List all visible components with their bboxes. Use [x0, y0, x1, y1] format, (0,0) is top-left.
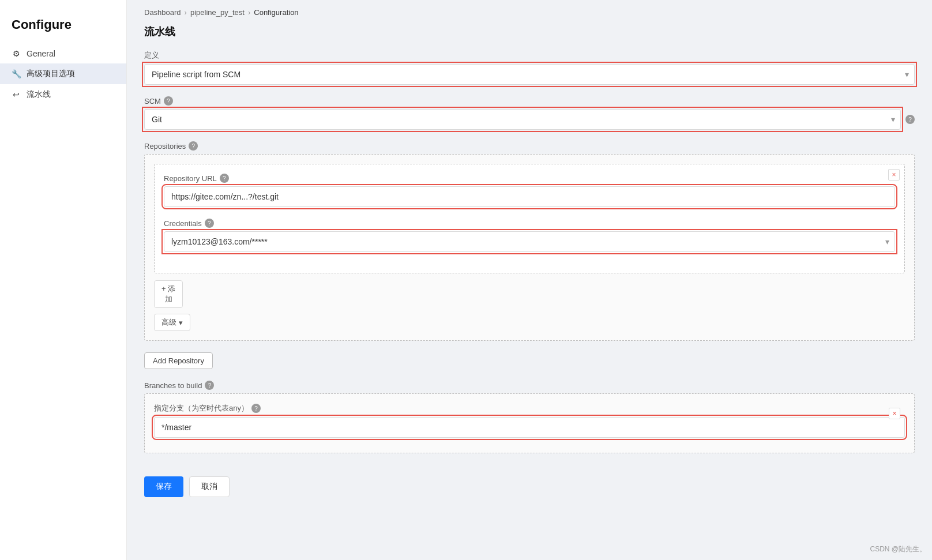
branch-spec-input[interactable]	[154, 417, 905, 438]
sidebar-item-pipeline-label: 流水线	[27, 89, 51, 100]
advanced-chevron-icon: ▾	[179, 318, 183, 327]
breadcrumb-pipeline[interactable]: pipeline_py_test	[190, 8, 245, 17]
add-credential-button[interactable]: + 添 加	[154, 280, 183, 308]
close-icon: ×	[892, 171, 896, 179]
branches-help-icon[interactable]: ?	[205, 381, 214, 390]
scm-select[interactable]: Git Subversion None	[144, 109, 901, 130]
definition-select[interactable]: Pipeline script from SCM Pipeline script	[144, 64, 915, 85]
wrench-icon: 🔧	[12, 69, 21, 78]
credentials-select-wrap: lyzm10123@163.com/***** - none - ▾	[164, 231, 895, 252]
breadcrumb: Dashboard › pipeline_py_test › Configura…	[127, 0, 932, 25]
pipeline-icon: ↩	[12, 90, 21, 99]
sidebar-item-general-label: General	[27, 49, 55, 58]
definition-section: 定义 Pipeline script from SCM Pipeline scr…	[144, 50, 915, 85]
watermark: CSDN @陆先生。	[870, 544, 926, 554]
scm-row: Git Subversion None ▾ ?	[144, 109, 915, 130]
definition-select-wrap: Pipeline script from SCM Pipeline script…	[144, 64, 915, 85]
breadcrumb-dashboard[interactable]: Dashboard	[144, 8, 181, 17]
repo-url-label: Repository URL ?	[164, 174, 895, 183]
sidebar-item-advanced-label: 高级项目选项	[27, 69, 75, 79]
breadcrumb-current: Configuration	[254, 8, 298, 17]
repositories-help-icon[interactable]: ?	[189, 141, 198, 151]
credentials-help-icon[interactable]: ?	[205, 219, 214, 228]
repositories-label: Repositories ?	[144, 141, 915, 151]
bottom-bar: 保存 取消	[127, 465, 932, 497]
sidebar: Configure ⚙ General 🔧 高级项目选项 ↩ 流水线	[0, 0, 127, 560]
cancel-button[interactable]: 取消	[189, 476, 230, 497]
scm-select-wrap: Git Subversion None ▾	[144, 109, 901, 130]
scm-help-icon[interactable]: ?	[164, 96, 173, 106]
branch-item: × 指定分支（为空时代表any） ?	[154, 403, 905, 438]
gear-icon: ⚙	[12, 49, 21, 58]
repo-url-help-icon[interactable]: ?	[220, 174, 229, 183]
scm-label: SCM ?	[144, 96, 915, 106]
branches-label: Branches to build ?	[144, 381, 915, 390]
branch-close-button[interactable]: ×	[889, 408, 900, 419]
sidebar-title: Configure	[0, 12, 126, 44]
breadcrumb-sep-1: ›	[185, 8, 187, 17]
repo-url-section: Repository URL ?	[164, 174, 895, 207]
repositories-container: × Repository URL ?	[144, 154, 915, 341]
save-button[interactable]: 保存	[144, 476, 183, 497]
branch-spec-label: 指定分支（为空时代表any） ?	[154, 403, 905, 414]
repo-item: × Repository URL ?	[154, 164, 905, 273]
scm-extra-help-icon[interactable]: ?	[905, 115, 915, 124]
add-repository-button[interactable]: Add Repository	[144, 352, 213, 369]
main-content: Dashboard › pipeline_py_test › Configura…	[127, 0, 932, 560]
repo-close-button[interactable]: ×	[888, 169, 900, 181]
sidebar-item-pipeline[interactable]: ↩ 流水线	[0, 84, 126, 105]
branch-spec-help-icon[interactable]: ?	[251, 404, 261, 413]
repositories-section: Repositories ? × Repository URL ?	[144, 141, 915, 341]
add-repository-label: Add Repository	[153, 356, 204, 365]
content-area: 流水线 定义 Pipeline script from SCM Pipeline…	[127, 25, 932, 453]
credentials-section: Credentials ? lyzm10123@163.com/***** - …	[164, 219, 895, 252]
sidebar-item-general[interactable]: ⚙ General	[0, 44, 126, 63]
credentials-select[interactable]: lyzm10123@163.com/***** - none -	[164, 231, 895, 252]
definition-label: 定义	[144, 50, 915, 61]
branches-container: × 指定分支（为空时代表any） ?	[144, 393, 915, 453]
breadcrumb-sep-2: ›	[248, 8, 250, 17]
add-credential-label: + 添 加	[161, 284, 175, 305]
repo-url-input[interactable]	[164, 186, 895, 207]
branches-section: Branches to build ? × 指定分支（为空时代表any） ?	[144, 381, 915, 453]
section-title: 流水线	[144, 25, 915, 39]
advanced-button-label: 高级	[161, 317, 176, 328]
advanced-button[interactable]: 高级 ▾	[154, 314, 190, 331]
branch-close-icon: ×	[892, 409, 896, 418]
sidebar-item-advanced[interactable]: 🔧 高级项目选项	[0, 63, 126, 84]
scm-section: SCM ? Git Subversion None ▾ ?	[144, 96, 915, 130]
credentials-label: Credentials ?	[164, 219, 895, 228]
